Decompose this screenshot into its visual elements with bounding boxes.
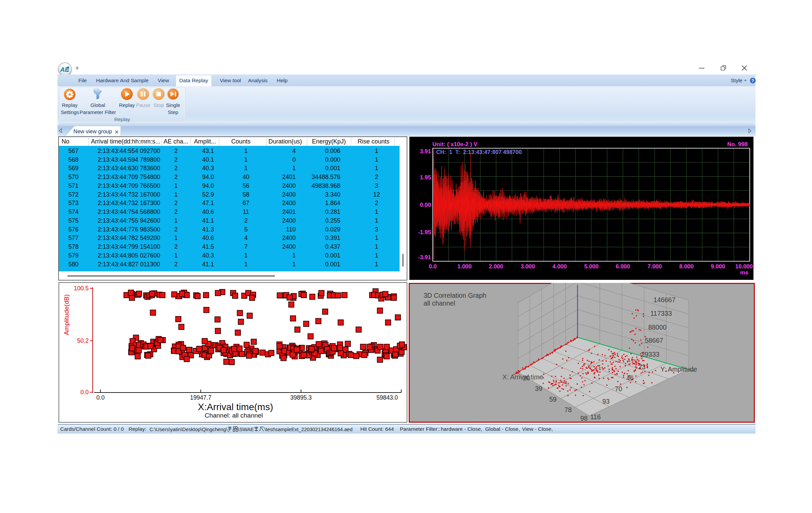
svg-text:7.000: 7.000 bbox=[648, 263, 662, 270]
svg-text:59: 59 bbox=[549, 396, 557, 403]
svg-text:50.2: 50.2 bbox=[77, 337, 89, 344]
svg-text:0.00: 0.00 bbox=[420, 202, 431, 208]
svg-text:3.91: 3.91 bbox=[420, 148, 431, 155]
svg-text:0.0: 0.0 bbox=[81, 389, 89, 396]
svg-text:4.000: 4.000 bbox=[552, 263, 567, 270]
svg-text:0.0: 0.0 bbox=[429, 263, 437, 270]
svg-text:?: ? bbox=[751, 79, 754, 83]
svg-text:9.000: 9.000 bbox=[711, 263, 725, 270]
svg-text:X: Arrival time: X: Arrival time bbox=[502, 373, 543, 381]
svg-text:0.0: 0.0 bbox=[96, 394, 105, 401]
svg-text:39895.3: 39895.3 bbox=[290, 394, 312, 401]
svg-text:Amplitude(dB): Amplitude(dB) bbox=[63, 294, 70, 335]
svg-text:Unit: ( x10e-2 ) V: Unit: ( x10e-2 ) V bbox=[432, 141, 478, 148]
svg-text:CH: 1 T: 2:13:43:47:807 498: CH: 1 T: 2:13:43:47:807 498700 bbox=[436, 149, 522, 155]
svg-text:1.000: 1.000 bbox=[457, 263, 472, 270]
svg-text:Channel: all channel: Channel: all channel bbox=[205, 412, 263, 419]
svg-text:3D Correlation Graph: 3D Correlation Graph bbox=[424, 292, 486, 299]
svg-text:116: 116 bbox=[590, 413, 601, 421]
svg-text:19947.7: 19947.7 bbox=[190, 394, 211, 401]
svg-text:6.000: 6.000 bbox=[616, 263, 630, 270]
svg-text:8.000: 8.000 bbox=[679, 263, 694, 270]
svg-text:2.000: 2.000 bbox=[489, 263, 503, 270]
svg-text:78: 78 bbox=[564, 406, 572, 414]
svg-text:ms: ms bbox=[740, 269, 748, 276]
svg-text:3.000: 3.000 bbox=[521, 263, 535, 270]
svg-text:98: 98 bbox=[580, 415, 588, 422]
svg-text:-1.95: -1.95 bbox=[418, 229, 431, 236]
svg-text:29333: 29333 bbox=[641, 351, 659, 358]
svg-text:X:Arrival time(ms): X:Arrival time(ms) bbox=[198, 402, 273, 412]
svg-text:93: 93 bbox=[602, 398, 610, 405]
svg-text:59843.0: 59843.0 bbox=[377, 394, 398, 401]
svg-text:No. 998: No. 998 bbox=[727, 141, 748, 148]
svg-text:Y: Amplitude: Y: Amplitude bbox=[660, 365, 697, 373]
svg-text:-3.91: -3.91 bbox=[418, 254, 431, 261]
svg-text:88000: 88000 bbox=[648, 324, 667, 331]
svg-text:39: 39 bbox=[535, 385, 542, 392]
svg-text:117333: 117333 bbox=[650, 310, 672, 317]
svg-text:100.5: 100.5 bbox=[74, 285, 89, 292]
svg-text:58667: 58667 bbox=[645, 337, 663, 344]
svg-text:10.000: 10.000 bbox=[735, 263, 753, 270]
svg-text:146667: 146667 bbox=[653, 296, 675, 304]
svg-text:70: 70 bbox=[615, 385, 622, 393]
svg-text:all channel: all channel bbox=[424, 299, 455, 307]
svg-text:1.95: 1.95 bbox=[420, 174, 431, 181]
svg-text:5.000: 5.000 bbox=[584, 263, 599, 270]
